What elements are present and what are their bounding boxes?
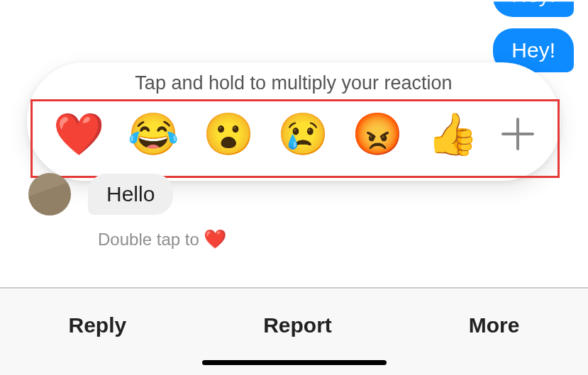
message-text: Hey! [511,38,555,62]
reaction-wow-icon[interactable]: 😮 [203,113,254,155]
reaction-hint: Tap and hold to multiply your reaction [27,72,560,94]
home-indicator [202,360,387,365]
bottom-action-bar: Reply Report More [0,287,588,375]
double-tap-hint-text: Double tap to [98,230,199,250]
incoming-message[interactable]: Hello [88,174,173,215]
reaction-heart-icon[interactable]: ❤️ [53,113,104,155]
reaction-like-icon[interactable]: 👍 [427,113,478,155]
heart-icon: ❤️ [204,228,226,250]
incoming-message-row: Hello [28,173,173,216]
message-text: Hey! [511,0,555,6]
reaction-row: ❤️ 😂 😮 😢 😡 👍 [27,106,560,162]
more-button[interactable]: More [469,313,520,337]
reply-button[interactable]: Reply [68,313,126,337]
reaction-sad-icon[interactable]: 😢 [277,113,328,155]
avatar[interactable] [28,173,71,216]
add-reaction-icon[interactable] [501,118,534,150]
double-tap-hint: Double tap to ❤️ [98,228,226,250]
outgoing-message-partial[interactable]: Hey! [493,0,574,17]
reaction-bar: Tap and hold to multiply your reaction ❤… [27,62,560,181]
reaction-laugh-icon[interactable]: 😂 [128,113,179,155]
message-text: Hello [106,182,155,206]
report-button[interactable]: Report [263,313,332,337]
reaction-angry-icon[interactable]: 😡 [352,113,403,155]
